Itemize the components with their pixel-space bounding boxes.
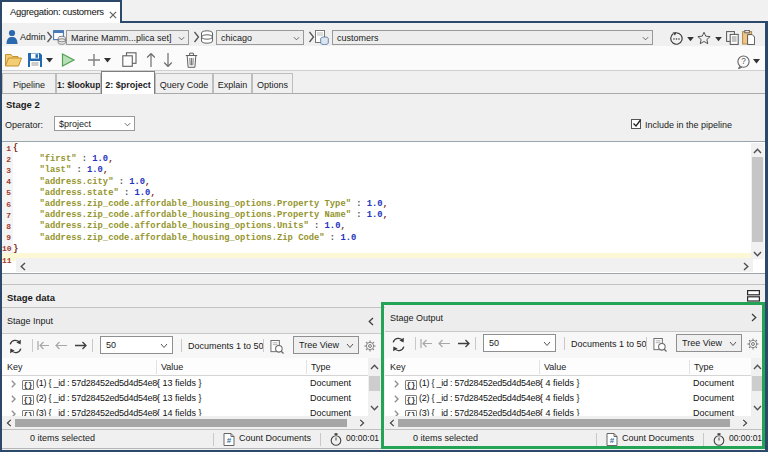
svg-text:?: ? (741, 57, 746, 66)
svg-text:#: # (227, 436, 232, 445)
